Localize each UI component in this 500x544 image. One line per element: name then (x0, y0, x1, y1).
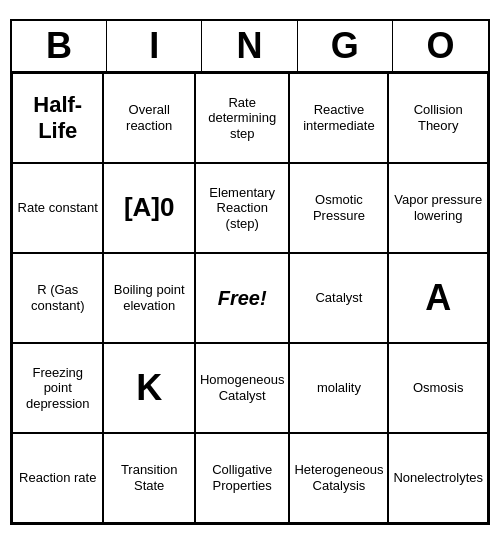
bingo-cell-18: molality (289, 343, 388, 433)
bingo-cell-11: Boiling point elevation (103, 253, 194, 343)
bingo-cell-8: Osmotic Pressure (289, 163, 388, 253)
bingo-cell-22: Colligative Properties (195, 433, 290, 523)
bingo-letter-o: O (393, 21, 488, 71)
bingo-cell-7: Elementary Reaction (step) (195, 163, 290, 253)
bingo-cell-5: Rate constant (12, 163, 103, 253)
bingo-cell-21: Transition State (103, 433, 194, 523)
bingo-cell-16: K (103, 343, 194, 433)
bingo-card: BINGO Half-LifeOverall reactionRate dete… (10, 19, 490, 525)
bingo-cell-24: Nonelectrolytes (388, 433, 488, 523)
bingo-cell-10: R (Gas constant) (12, 253, 103, 343)
bingo-cell-6: [A]0 (103, 163, 194, 253)
bingo-cell-0: Half-Life (12, 73, 103, 163)
bingo-cell-12: Free! (195, 253, 290, 343)
bingo-cell-15: Freezing point depression (12, 343, 103, 433)
bingo-cell-17: Homogeneous Catalyst (195, 343, 290, 433)
bingo-cell-1: Overall reaction (103, 73, 194, 163)
bingo-grid: Half-LifeOverall reactionRate determinin… (12, 73, 488, 523)
bingo-cell-20: Reaction rate (12, 433, 103, 523)
bingo-cell-4: Collision Theory (388, 73, 488, 163)
bingo-header: BINGO (12, 21, 488, 73)
bingo-cell-13: Catalyst (289, 253, 388, 343)
bingo-cell-14: A (388, 253, 488, 343)
bingo-cell-19: Osmosis (388, 343, 488, 433)
bingo-cell-3: Reactive intermediate (289, 73, 388, 163)
bingo-cell-2: Rate determining step (195, 73, 290, 163)
bingo-letter-i: I (107, 21, 202, 71)
bingo-letter-g: G (298, 21, 393, 71)
bingo-cell-23: Heterogeneous Catalysis (289, 433, 388, 523)
bingo-letter-b: B (12, 21, 107, 71)
bingo-letter-n: N (202, 21, 297, 71)
bingo-cell-9: Vapor pressure lowering (388, 163, 488, 253)
